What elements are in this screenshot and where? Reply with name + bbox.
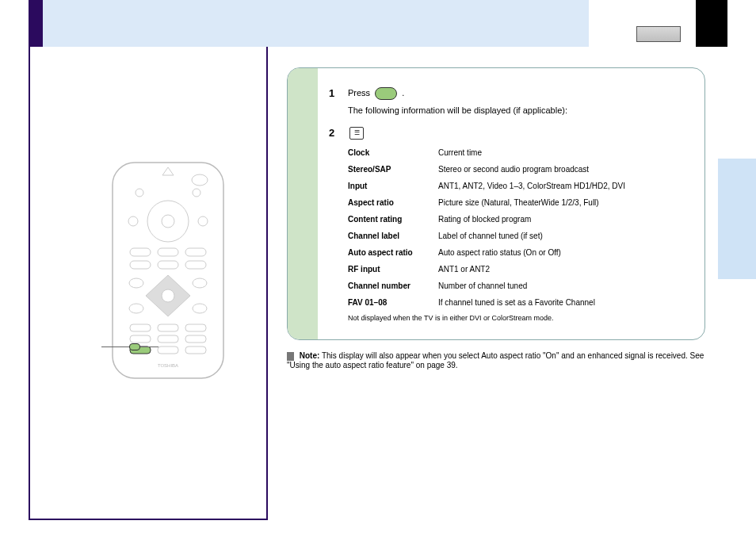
remote-illustration: TOSHIBA [105, 159, 231, 381]
panel-body: 1 Press . The following information will… [318, 68, 704, 339]
list-item: InputANT1, ANT2, Video 1–3, ColorStream … [348, 181, 690, 191]
header-purple-stub [29, 0, 43, 47]
gray-button[interactable] [636, 26, 681, 42]
call-button-icon [375, 87, 397, 100]
header-blue-area [43, 0, 589, 47]
osd-icon: ☰ [349, 127, 364, 140]
info-list: ClockCurrent time Stereo/SAPStereo or se… [348, 147, 690, 308]
note-prefix: Note: [300, 351, 320, 360]
step-2: 2 ☰ ClockCurrent time Stereo/SAPStereo o… [329, 127, 690, 324]
panel-accent-strip [288, 68, 318, 339]
list-item: Content ratingRating of blocked program [348, 214, 690, 224]
step-1-before: Press [348, 88, 370, 98]
left-column: TOSHIBA [29, 47, 266, 520]
panel-footnote: Not displayed when the TV is in either D… [348, 314, 690, 324]
list-item: Auto aspect ratioAuto aspect ratio statu… [348, 247, 690, 258]
list-item: ClockCurrent time [348, 147, 690, 158]
step-1-text: Press . The following information will b… [348, 87, 690, 116]
note-block: Note: This display will also appear when… [287, 351, 705, 369]
step-1: 1 Press . The following information will… [329, 87, 690, 116]
list-item: Channel numberNumber of channel tuned [348, 281, 690, 291]
list-item: FAV 01–08If channel tuned is set as a Fa… [348, 297, 690, 308]
step-1-after: . [402, 88, 404, 98]
instruction-panel: 1 Press . The following information will… [287, 67, 705, 340]
column-divider [266, 47, 268, 520]
remote-svg: TOSHIBA [105, 159, 231, 381]
list-item: Channel labelLabel of channel tuned (if … [348, 231, 690, 241]
page-number-tab [696, 0, 727, 47]
list-item: Aspect ratioPicture size (Natural, Theat… [348, 197, 690, 208]
list-item: Stereo/SAPStereo or second audio program… [348, 164, 690, 174]
note-text: This display will also appear when you s… [287, 351, 704, 369]
header-bar [29, 0, 727, 47]
step-2-body: ☰ ClockCurrent time Stereo/SAPStereo or … [348, 127, 690, 324]
callout-button-icon [129, 343, 140, 350]
list-item: RF inputANT1 or ANT2 [348, 264, 690, 274]
remote-brand: TOSHIBA [158, 363, 178, 368]
right-column: 1 Press . The following information will… [287, 47, 727, 520]
main-content: TOSHIBA 1 Press . The following informat… [29, 47, 727, 520]
step-1-number: 1 [329, 87, 340, 116]
step-1-sub: The following information will be displa… [348, 105, 690, 116]
note-square-icon [287, 352, 294, 361]
step-2-number: 2 [329, 127, 340, 324]
svg-point-16 [162, 289, 174, 302]
